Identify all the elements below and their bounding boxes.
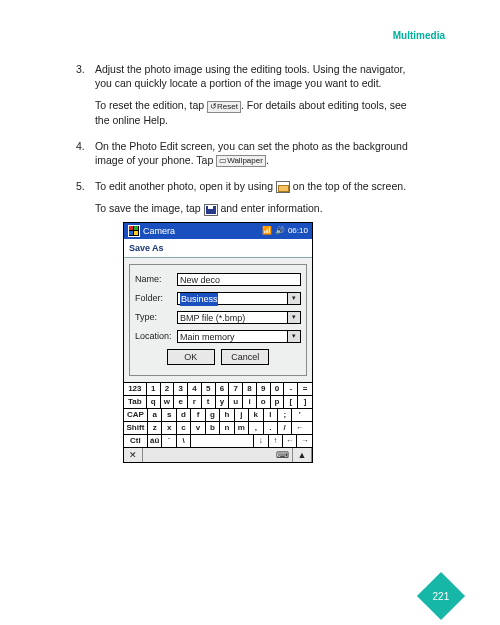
key-s[interactable]: s (162, 409, 176, 421)
key-Shift[interactable]: Shift (124, 422, 148, 434)
key-space[interactable] (191, 435, 254, 447)
saveas-form: Name: New deco Folder: Business▾ Type: B… (129, 264, 307, 376)
section-header: Multimedia (393, 30, 445, 41)
key-j[interactable]: j (235, 409, 249, 421)
key-b[interactable]: b (206, 422, 220, 434)
reset-button-icon: ↺Reset (207, 101, 241, 113)
key-e[interactable]: e (174, 396, 188, 408)
key-w[interactable]: w (161, 396, 175, 408)
step-3: 3. Adjust the photo image using the edit… (76, 62, 424, 127)
wallpaper-button-icon: ▭Wallpaper (216, 155, 266, 167)
key-[[interactable]: [ (284, 396, 298, 408)
key-Ctl[interactable]: Ctl (124, 435, 148, 447)
key-a[interactable]: a (148, 409, 162, 421)
name-label: Name: (135, 273, 177, 285)
key-0[interactable]: 0 (271, 383, 285, 395)
cancel-button[interactable]: Cancel (221, 349, 269, 365)
key-2[interactable]: 2 (161, 383, 175, 395)
key-q[interactable]: q (147, 396, 161, 408)
key-o[interactable]: o (257, 396, 271, 408)
key-←[interactable]: ← (283, 435, 297, 447)
key-y[interactable]: y (216, 396, 230, 408)
windows-icon (128, 225, 140, 237)
key-,[interactable]: , (249, 422, 263, 434)
window-titlebar: Camera 📶 🔊 06:10 (124, 223, 312, 239)
key-8[interactable]: 8 (243, 383, 257, 395)
key-=[interactable]: = (298, 383, 312, 395)
sip-close-icon[interactable]: ✕ (124, 448, 143, 462)
chevron-down-icon[interactable]: ▾ (287, 293, 300, 304)
key-.[interactable]: . (264, 422, 278, 434)
key-↑[interactable]: ↑ (269, 435, 283, 447)
key-m[interactable]: m (235, 422, 249, 434)
key--[interactable]: - (284, 383, 298, 395)
folder-select[interactable]: Business▾ (177, 292, 301, 305)
reset-pre: To reset the edition, tap (95, 99, 207, 111)
key-;[interactable]: ; (278, 409, 292, 421)
key-4[interactable]: 4 (188, 383, 202, 395)
key-5[interactable]: 5 (202, 383, 216, 395)
save-pre: To save the image, tap (95, 202, 204, 214)
key-c[interactable]: c (177, 422, 191, 434)
soft-keyboard[interactable]: 1231234567890-= Tabqwertyuiop[] CAPasdfg… (124, 382, 312, 447)
sip-up-icon[interactable]: ▲ (293, 448, 312, 462)
step-5: 5. To edit another photo, open it by usi… (76, 179, 424, 463)
step-post: . (266, 154, 269, 166)
save-post: and enter information. (218, 202, 323, 214)
location-select[interactable]: Main memory▾ (177, 330, 301, 343)
key-↓[interactable]: ↓ (254, 435, 268, 447)
sip-keyboard-icon[interactable]: ⌨ (274, 448, 293, 462)
key-d[interactable]: d (177, 409, 191, 421)
location-label: Location: (135, 330, 177, 342)
key-p[interactable]: p (271, 396, 285, 408)
sip-bar: ✕ ⌨ ▲ (124, 447, 312, 462)
key-][interactable]: ] (298, 396, 312, 408)
key-n[interactable]: n (220, 422, 234, 434)
key-áü[interactable]: áü (148, 435, 162, 447)
camera-saveas-screenshot: Camera 📶 🔊 06:10 Save As Name: New deco (123, 222, 313, 463)
type-select[interactable]: BMP file (*.bmp)▾ (177, 311, 301, 324)
key-u[interactable]: u (229, 396, 243, 408)
speaker-icon: 🔊 (275, 223, 285, 239)
open-icon (276, 181, 290, 193)
instruction-content: 3. Adjust the photo image using the edit… (76, 62, 424, 475)
key-`[interactable]: ` (162, 435, 176, 447)
key-\[interactable]: \ (177, 435, 191, 447)
key-k[interactable]: k (249, 409, 263, 421)
key-g[interactable]: g (206, 409, 220, 421)
clock-text: 06:10 (288, 223, 308, 239)
key-→[interactable]: → (297, 435, 311, 447)
key-7[interactable]: 7 (229, 383, 243, 395)
ok-button[interactable]: OK (167, 349, 215, 365)
saveas-header: Save As (124, 239, 312, 258)
key-z[interactable]: z (148, 422, 162, 434)
page-number-badge: 221 (417, 572, 465, 620)
key-CAP[interactable]: CAP (124, 409, 148, 421)
step-4: 4. On the Photo Edit screen, you can set… (76, 139, 424, 167)
key-'[interactable]: ' (292, 409, 306, 421)
step-text: Adjust the photo image using the editing… (95, 63, 406, 89)
key-v[interactable]: v (191, 422, 205, 434)
save-icon (204, 204, 218, 216)
key-1[interactable]: 1 (147, 383, 161, 395)
key-123[interactable]: 123 (124, 383, 147, 395)
chevron-down-icon[interactable]: ▾ (287, 312, 300, 323)
key-/[interactable]: / (278, 422, 292, 434)
key-9[interactable]: 9 (257, 383, 271, 395)
key-l[interactable]: l (264, 409, 278, 421)
key-3[interactable]: 3 (174, 383, 188, 395)
key-←[interactable]: ← (292, 422, 306, 434)
key-x[interactable]: x (162, 422, 176, 434)
key-i[interactable]: i (243, 396, 257, 408)
key-h[interactable]: h (220, 409, 234, 421)
key-6[interactable]: 6 (216, 383, 230, 395)
open-pre: To edit another photo, open it by using (95, 180, 276, 192)
step-number: 5. (76, 179, 92, 193)
key-f[interactable]: f (191, 409, 205, 421)
key-Tab[interactable]: Tab (124, 396, 147, 408)
key-t[interactable]: t (202, 396, 216, 408)
key-r[interactable]: r (188, 396, 202, 408)
name-field[interactable]: New deco (177, 273, 301, 286)
open-post: on the top of the screen. (290, 180, 406, 192)
chevron-down-icon[interactable]: ▾ (287, 331, 300, 342)
